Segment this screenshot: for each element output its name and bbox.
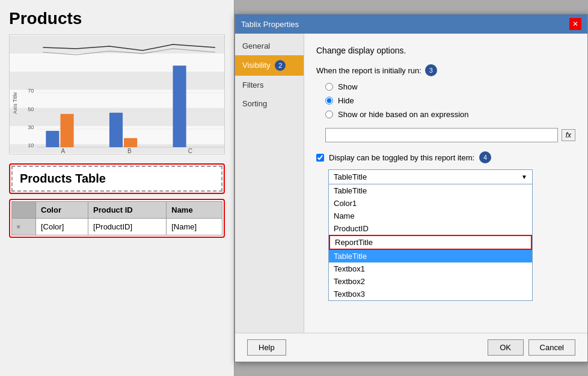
svg-text:C: C	[188, 148, 192, 154]
dropdown-select[interactable]: TableTitle ▼	[328, 169, 533, 184]
radio-show[interactable]	[325, 83, 333, 91]
dropdown-item-color1[interactable]: Color1	[329, 197, 532, 210]
toggle-checkbox[interactable]	[316, 154, 324, 162]
products-table-title: Products Table	[11, 166, 222, 192]
dialog-content: Change display options. When the report …	[304, 34, 587, 333]
nav-item-filters[interactable]: Filters	[235, 76, 304, 94]
svg-text:30: 30	[28, 124, 34, 130]
data-table-wrapper: Color Product ID Name ≡ [Color] [Product…	[9, 199, 225, 238]
dropdown-item-textbox3[interactable]: Textbox3	[329, 288, 532, 300]
section3-label: When the report is initially run: 3	[316, 64, 575, 76]
svg-text:B: B	[127, 148, 132, 154]
svg-text:A: A	[61, 148, 65, 154]
data-table: Color Product ID Name ≡ [Color] [Product…	[11, 201, 222, 235]
radio-show-label: Show	[338, 82, 358, 91]
dropdown-item-tabletitle-top[interactable]: TableTitle	[329, 184, 532, 197]
table-cell-color: [Color]	[36, 219, 88, 235]
radio-expression[interactable]	[325, 111, 333, 118]
section3-label-text: When the report is initially run:	[316, 66, 421, 75]
dropdown-item-textbox1[interactable]: Textbox1	[329, 262, 532, 275]
radio-row-expression: Show or hide based on an expression	[325, 110, 575, 119]
svg-rect-16	[109, 113, 123, 147]
footer-right: OK Cancel	[488, 339, 575, 356]
products-table-title-wrapper: Products Table	[9, 163, 225, 194]
expression-input[interactable]	[325, 128, 558, 142]
dropdown-item-tabletitle-selected[interactable]: TableTitle	[329, 250, 532, 262]
table-row: ≡ [Color] [ProductID] [Name]	[12, 219, 222, 235]
table-cell-name: [Name]	[167, 219, 222, 235]
nav-item-sorting[interactable]: Sorting	[235, 94, 304, 113]
dropdown-item-productid[interactable]: ProductID	[329, 222, 532, 235]
svg-rect-18	[173, 65, 186, 147]
chart-area: 10 30 50 70 Axis Title A B	[9, 34, 225, 154]
section3-badge: 3	[425, 64, 437, 76]
svg-text:50: 50	[28, 106, 34, 112]
dialog-close-button[interactable]: ✕	[569, 18, 581, 30]
nav-item-general[interactable]: General	[235, 37, 304, 55]
svg-text:70: 70	[28, 88, 34, 94]
svg-rect-14	[46, 131, 59, 147]
table-header-productid: Product ID	[88, 202, 167, 219]
ok-button[interactable]: OK	[488, 339, 524, 356]
radio-expression-label: Show or hide based on an expression	[338, 110, 469, 119]
dropdown-selected-value: TableTitle	[334, 172, 367, 181]
dialog-footer: Help OK Cancel	[235, 333, 587, 362]
expression-row: fx	[325, 128, 575, 142]
radio-row-show: Show	[325, 82, 575, 91]
radio-row-hide: Hide	[325, 96, 575, 105]
table-header-handle	[12, 202, 36, 219]
table-header-color: Color	[36, 202, 88, 219]
report-title: Products	[0, 0, 234, 31]
svg-rect-15	[60, 114, 73, 147]
left-panel: Products 10 30 50 70 Axis Title	[0, 0, 234, 376]
tablix-properties-dialog: Tablix Properties ✕ General Visibility 2…	[234, 14, 588, 362]
section4-checkbox-row: Display can be toggled by this report it…	[316, 151, 575, 163]
table-row-handle: ≡	[12, 219, 36, 235]
dropdown-item-name[interactable]: Name	[329, 210, 532, 222]
dialog-body: General Visibility 2 Filters Sorting Cha…	[235, 34, 587, 333]
section4-badge: 4	[479, 151, 491, 163]
dialog-titlebar: Tablix Properties ✕	[235, 14, 587, 34]
section4-label: Display can be toggled by this report it…	[329, 153, 474, 162]
dialog-title: Tablix Properties	[241, 20, 299, 29]
nav-item-visibility[interactable]: Visibility 2	[235, 55, 304, 76]
dialog-nav: General Visibility 2 Filters Sorting	[235, 34, 304, 333]
fx-button[interactable]: fx	[562, 129, 575, 141]
dropdown-item-textbox2[interactable]: Textbox2	[329, 275, 532, 288]
table-cell-productid: [ProductID]	[88, 219, 167, 235]
svg-text:Axis Title: Axis Title	[12, 92, 18, 114]
cancel-button[interactable]: Cancel	[528, 339, 575, 356]
table-header-name: Name	[167, 202, 222, 219]
products-table-title-box: Products Table	[9, 163, 225, 194]
nav-badge-visibility: 2	[275, 60, 286, 71]
dialog-heading: Change display options.	[316, 46, 575, 55]
help-button[interactable]: Help	[247, 339, 286, 356]
chevron-down-icon: ▼	[521, 174, 527, 180]
svg-rect-1	[10, 35, 224, 53]
dropdown-list: TableTitle Color1 Name ProductID ReportT…	[328, 184, 533, 301]
radio-hide[interactable]	[325, 97, 333, 105]
svg-rect-17	[124, 138, 137, 147]
dropdown-item-reporttitle[interactable]: ReportTitle	[329, 235, 532, 250]
radio-hide-label: Hide	[338, 96, 354, 105]
table-header-row: Color Product ID Name	[12, 202, 222, 219]
radio-group-visibility: Show Hide Show or hide based on an expre…	[325, 82, 575, 119]
dropdown-container: TableTitle ▼ TableTitle Color1 Name Prod…	[328, 169, 575, 301]
svg-text:10: 10	[28, 142, 34, 148]
svg-rect-2	[10, 71, 224, 89]
